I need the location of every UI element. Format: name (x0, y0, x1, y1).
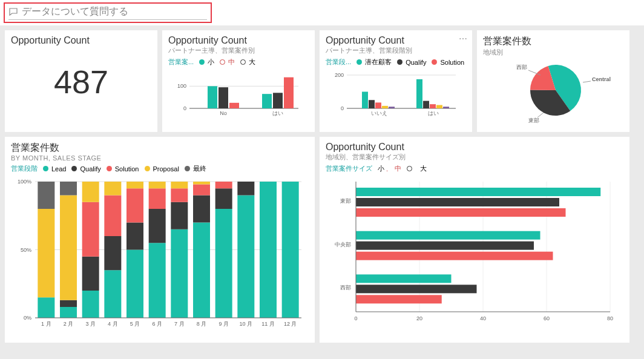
svg-text:中央部: 中央部 (335, 242, 351, 248)
tile-title: 営業案件数 (477, 30, 629, 48)
svg-rect-105 (356, 208, 566, 217)
chart: 0100Noはい (162, 69, 315, 125)
svg-rect-113 (356, 295, 442, 303)
svg-rect-63 (126, 188, 143, 222)
svg-rect-103 (356, 188, 600, 196)
svg-rect-21 (382, 106, 388, 108)
svg-text:0: 0 (341, 105, 344, 111)
svg-rect-69 (149, 182, 166, 188)
tile-subtitle: BY MONTH, SALES STAGE (5, 154, 315, 162)
svg-text:2 月: 2 月 (64, 321, 74, 327)
svg-text:西部: 西部 (516, 64, 527, 70)
svg-line-33 (583, 81, 591, 82)
svg-text:40: 40 (480, 315, 486, 321)
qa-highlight-box: データについて質問する (4, 2, 212, 23)
svg-rect-85 (237, 196, 254, 318)
svg-rect-62 (126, 223, 143, 250)
tile-subtitle: パートナー主導、営業段階別 (320, 46, 472, 55)
svg-rect-20 (375, 102, 381, 108)
tile-region-pie[interactable]: 営業案件数 地域別 西部Central東部 (477, 30, 629, 132)
svg-rect-48 (60, 196, 77, 300)
top-bar: データについて質問する (0, 0, 644, 25)
svg-rect-51 (82, 291, 99, 318)
svg-rect-77 (193, 196, 210, 223)
svg-rect-83 (215, 182, 232, 188)
svg-rect-46 (60, 307, 77, 318)
svg-text:4 月: 4 月 (108, 321, 118, 327)
svg-text:いいえ: いいえ (371, 110, 387, 116)
tile-partner-stage[interactable]: ⋯ Opportunity Count パートナー主導、営業段階別 営業段...… (320, 30, 472, 132)
svg-text:はい: はい (428, 110, 439, 116)
svg-rect-73 (171, 188, 188, 202)
tile-subtitle: パートナー主導、営業案件別 (162, 46, 315, 55)
chart: 0%50%100%1 月2 月3 月4 月5 月6 月7 月8 月9 月10 月… (5, 176, 315, 339)
svg-text:60: 60 (544, 315, 550, 321)
svg-rect-57 (104, 236, 121, 270)
svg-rect-64 (126, 182, 143, 188)
svg-text:はい: はい (272, 110, 283, 116)
tile-title: Opportunity Count (320, 30, 472, 46)
svg-text:8 月: 8 月 (197, 321, 207, 327)
tile-month-stage[interactable]: 営業案件数 BY MONTH, SALES STAGE 営業段階 Lead Qu… (5, 137, 315, 343)
svg-rect-9 (262, 94, 272, 108)
tile-region-size[interactable]: Opportunity Count 地域別、営業案件サイズ別 営業案件サイズ 小… (320, 137, 629, 343)
tile-subtitle: 地域別 (477, 48, 629, 57)
svg-rect-107 (356, 231, 540, 240)
svg-text:10 月: 10 月 (240, 321, 253, 327)
svg-text:0: 0 (354, 315, 357, 321)
svg-rect-88 (260, 182, 277, 318)
svg-text:東部: 東部 (340, 198, 351, 204)
tile-partner-size[interactable]: Opportunity Count パートナー主導、営業案件別 営業案... 小… (162, 30, 315, 132)
svg-rect-78 (193, 185, 210, 196)
svg-rect-86 (237, 182, 254, 196)
svg-rect-47 (60, 300, 77, 307)
tile-title: Opportunity Count (320, 137, 629, 153)
tile-title: 営業案件数 (5, 137, 315, 154)
tile-kpi[interactable]: Opportunity Count 487 (5, 30, 157, 132)
svg-text:11 月: 11 月 (261, 321, 275, 327)
svg-rect-58 (104, 196, 121, 237)
svg-text:東部: 東部 (528, 117, 539, 124)
svg-rect-52 (82, 257, 99, 291)
svg-text:12 月: 12 月 (284, 321, 297, 327)
svg-text:西部: 西部 (340, 285, 351, 291)
svg-rect-61 (126, 250, 143, 318)
chart: 西部Central東部 (477, 57, 629, 134)
chart: 0200いいえはい (320, 69, 472, 125)
svg-rect-24 (416, 79, 422, 108)
svg-rect-26 (430, 104, 436, 108)
svg-rect-68 (149, 188, 166, 209)
svg-rect-28 (443, 107, 449, 108)
svg-rect-7 (229, 103, 239, 108)
svg-rect-72 (171, 202, 188, 229)
svg-text:9 月: 9 月 (218, 321, 229, 327)
svg-rect-59 (104, 182, 121, 196)
svg-rect-66 (149, 243, 166, 318)
kpi-value: 487 (5, 46, 157, 117)
svg-rect-10 (273, 93, 283, 108)
svg-rect-43 (38, 209, 54, 297)
svg-text:20: 20 (416, 315, 422, 321)
more-icon[interactable]: ⋯ (459, 34, 467, 44)
svg-rect-90 (282, 182, 299, 318)
svg-rect-27 (436, 105, 442, 109)
legend: 営業案... 小 中 大 (162, 55, 315, 69)
svg-text:3 月: 3 月 (85, 321, 96, 327)
svg-rect-67 (149, 209, 166, 243)
qa-input[interactable]: データについて質問する (8, 5, 207, 20)
svg-rect-82 (215, 188, 232, 209)
svg-text:0: 0 (183, 105, 186, 111)
svg-text:80: 80 (607, 315, 613, 321)
tile-title: Opportunity Count (162, 30, 315, 46)
svg-rect-76 (193, 223, 210, 318)
svg-rect-71 (171, 229, 188, 318)
chat-icon (8, 7, 18, 17)
svg-rect-49 (60, 182, 77, 196)
svg-text:100: 100 (177, 83, 186, 89)
qa-placeholder: データについて質問する (22, 5, 128, 18)
chart: 020406080東部中央部西部 (320, 176, 629, 339)
svg-rect-109 (356, 252, 553, 260)
svg-rect-112 (356, 285, 477, 293)
svg-rect-11 (284, 77, 294, 108)
svg-rect-56 (104, 270, 121, 318)
